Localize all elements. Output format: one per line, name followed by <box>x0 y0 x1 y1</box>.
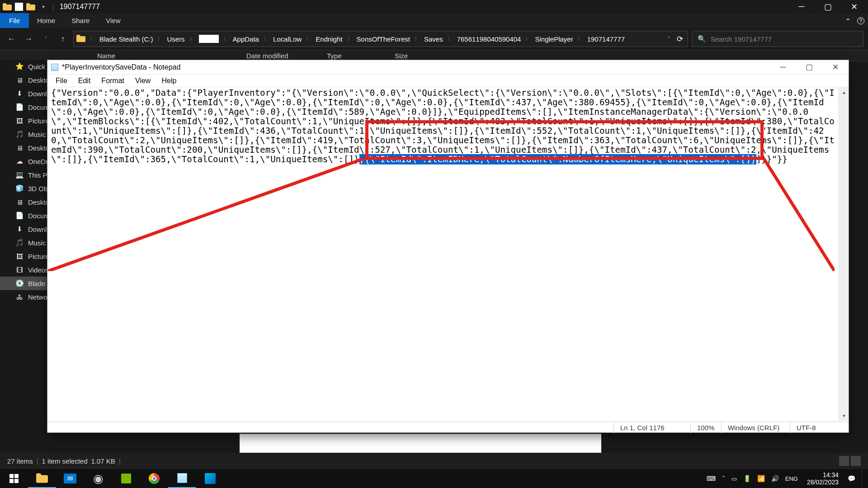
sidebar-item-label: Music <box>28 131 46 138</box>
crumb-sotf[interactable]: SonsOfTheForest〉 <box>357 35 420 43</box>
tray-lang-icon[interactable]: ENG <box>785 475 798 482</box>
sidebar-item-icon: 🎵 <box>15 239 24 247</box>
help-icon[interactable]: ? <box>857 17 864 24</box>
forward-button[interactable]: → <box>22 32 35 46</box>
tray-clock[interactable]: 14:34 28/02/2023 <box>804 471 841 486</box>
status-selected: 1 item selected <box>42 457 88 465</box>
svg-rect-4 <box>9 479 14 483</box>
col-type[interactable]: Type <box>327 52 395 60</box>
chevron-right-icon: 〉 <box>90 36 95 42</box>
scroll-up-icon[interactable]: ▴ <box>839 87 849 97</box>
show-desktop-button[interactable] <box>862 469 865 488</box>
tray-volume-icon[interactable]: 🔊 <box>771 475 779 482</box>
notepad-title: *PlayerInventorySaveData - Notepad <box>62 63 180 71</box>
tray-wifi-icon[interactable]: 📶 <box>757 475 765 482</box>
text-selection: ,{\"ItemId\":ItemIDHere,\"TotalCount\":N… <box>359 154 756 164</box>
crumb-saves[interactable]: Saves〉 <box>424 35 453 43</box>
sidebar-item-label: Music <box>28 239 46 247</box>
notepad-titlebar[interactable]: *PlayerInventorySaveData - Notepad ─ ▢ ✕ <box>47 60 849 75</box>
tray-battery-icon[interactable]: 🔋 <box>743 475 751 482</box>
folder-icon-2 <box>26 2 36 12</box>
crumb-endnight[interactable]: Endnight〉 <box>316 35 352 43</box>
close-button[interactable]: ✕ <box>841 0 867 13</box>
col-name[interactable]: Name <box>97 52 246 60</box>
sidebar-item-icon: ⬇ <box>15 225 24 233</box>
maximize-button[interactable]: ▢ <box>815 0 841 13</box>
task-explorer[interactable] <box>28 469 56 488</box>
np-maximize-button[interactable]: ▢ <box>796 60 822 75</box>
back-button[interactable]: ← <box>5 32 18 46</box>
ribbon: File Home Share View ⌄ ? <box>0 13 868 28</box>
col-date[interactable]: Date modified <box>246 52 327 60</box>
tray-keyboard-icon[interactable]: ⌨ <box>707 475 716 482</box>
explorer-statusbar: 27 items | 1 item selected 1.07 KB | <box>0 453 868 469</box>
task-photos[interactable] <box>196 469 224 488</box>
task-nvidia[interactable] <box>112 469 140 488</box>
minimize-button[interactable]: ─ <box>788 0 815 13</box>
menu-view[interactable]: View <box>131 76 155 86</box>
explorer-titlebar: ▾ | 1907147777 ─ ▢ ✕ <box>0 0 868 13</box>
taskbar: ✉ ◉ ⌨ ˄ ▭ 🔋 📶 🔊 ENG 14:34 28/02/2023 💬 <box>0 469 868 488</box>
sidebar-item-icon: 🧊 <box>15 184 24 192</box>
view-large-icon[interactable] <box>851 456 861 466</box>
history-dropdown-icon[interactable]: ˅ <box>667 36 670 42</box>
tray-bluetooth-icon[interactable]: ▭ <box>731 475 737 482</box>
search-input[interactable]: 🔍 Search 1907147777 <box>692 31 863 47</box>
tab-home[interactable]: Home <box>29 13 63 28</box>
np-minimize-button[interactable]: ─ <box>770 60 796 75</box>
np-status-eol: Windows (CRLF) <box>721 422 790 433</box>
nav-bar: ← → ˅ ↑ 〉 Blade Stealth (C:)〉 Users〉 〉 A… <box>0 28 868 50</box>
np-status-enc: UTF-8 <box>790 422 849 433</box>
start-button[interactable] <box>0 469 28 488</box>
sidebar-item-icon: ⬇ <box>15 89 24 98</box>
sidebar-item-label: Videos <box>28 266 49 274</box>
task-mail[interactable]: ✉ <box>56 469 84 488</box>
tab-view[interactable]: View <box>98 13 128 28</box>
menu-format[interactable]: Format <box>97 76 129 86</box>
sidebar-item-icon: 🖥 <box>15 76 24 84</box>
np-close-button[interactable]: ✕ <box>822 60 849 75</box>
crumb-drive[interactable]: Blade Stealth (C:)〉 <box>99 35 162 43</box>
tray-overflow-icon[interactable]: ˄ <box>722 475 725 482</box>
sidebar-item-icon: ⭐ <box>15 62 24 70</box>
overflow-icon[interactable]: ▾ <box>38 2 48 12</box>
sidebar-item-icon: 🎵 <box>15 130 24 138</box>
search-placeholder: Search 1907147777 <box>711 35 772 43</box>
status-size: 1.07 KB <box>91 457 115 465</box>
crumb-sp[interactable]: SinglePlayer〉 <box>535 35 582 43</box>
system-tray: ⌨ ˄ ▭ 🔋 📶 🔊 ENG 14:34 28/02/2023 💬 <box>707 469 868 488</box>
notepad-scrollbar[interactable]: ▴ ▾ <box>839 87 849 421</box>
sidebar-item-icon: 💻 <box>15 171 24 179</box>
crumb-users[interactable]: Users〉 <box>167 35 194 43</box>
notepad-menu: File Edit Format View Help <box>47 75 849 87</box>
folder-icon <box>2 2 12 12</box>
tray-notifications-icon[interactable]: 💬 <box>848 475 855 482</box>
svg-rect-2 <box>9 474 14 478</box>
menu-edit[interactable]: Edit <box>74 76 95 86</box>
menu-file[interactable]: File <box>51 76 72 86</box>
scroll-down-icon[interactable]: ▾ <box>839 411 849 421</box>
expand-ribbon-icon[interactable]: ⌄ <box>845 17 851 25</box>
tab-share[interactable]: Share <box>63 13 98 28</box>
crumb-locallow[interactable]: LocalLow〉 <box>273 35 311 43</box>
crumb-user[interactable]: 〉 <box>199 35 228 43</box>
recent-button[interactable]: ˅ <box>39 32 52 46</box>
pinned-icon <box>15 3 23 11</box>
search-icon: 🔍 <box>698 35 706 43</box>
crumb-folder[interactable]: 1907147777 <box>587 35 625 43</box>
col-size[interactable]: Size <box>395 52 449 60</box>
crumb-appdata[interactable]: AppData〉 <box>233 35 269 43</box>
menu-help[interactable]: Help <box>157 76 181 86</box>
view-details-icon[interactable] <box>839 456 849 466</box>
up-button[interactable]: ↑ <box>56 32 70 46</box>
notepad-content[interactable]: {"Version":"0.0.0","Data":{"PlayerInvent… <box>47 87 849 422</box>
status-items: 27 items <box>7 457 33 465</box>
refresh-icon[interactable]: ⟳ <box>677 34 683 44</box>
crumb-steamid[interactable]: 76561198040590404〉 <box>457 35 531 43</box>
task-chrome[interactable] <box>140 469 168 488</box>
task-steam[interactable]: ◉ <box>84 469 112 488</box>
address-bar[interactable]: 〉 Blade Stealth (C:)〉 Users〉 〉 AppData〉 … <box>73 31 688 47</box>
task-notepad[interactable] <box>168 469 196 488</box>
tab-file[interactable]: File <box>0 13 29 28</box>
sidebar-item-icon: 🖼 <box>15 117 24 125</box>
